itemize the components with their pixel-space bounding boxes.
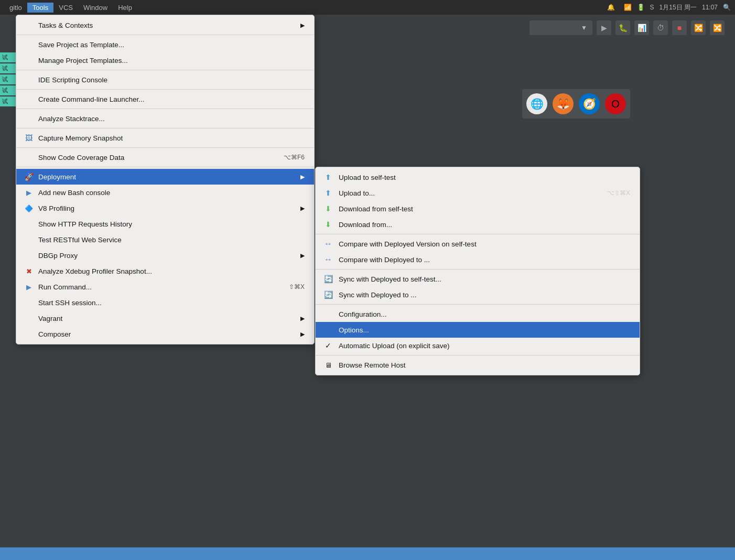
menu-item-composer-label: Composer xyxy=(38,330,71,338)
menu-item-ssh[interactable]: Start SSH session... xyxy=(16,295,314,310)
run-config-dropdown[interactable]: ▼ xyxy=(529,20,592,35)
sep-2 xyxy=(16,70,314,70)
submenu-compare-deployed-to[interactable]: ↔ Compare with Deployed to ... xyxy=(316,252,640,267)
ssh-icon xyxy=(24,297,34,308)
menubar-tools[interactable]: Tools xyxy=(27,3,53,13)
menu-item-dbgp[interactable]: DBGp Proxy ▶ xyxy=(16,247,314,263)
menu-item-capture-memory-label: Capture Memory Snapshot xyxy=(38,134,123,142)
submenu-upload-to-label: Upload to... xyxy=(339,189,375,197)
menu-item-manage-templates[interactable]: Manage Project Templates... xyxy=(16,52,314,68)
submenu-configuration[interactable]: Configuration... xyxy=(316,306,640,322)
menu-bar: gitlo Tools VCS Window Help 🔔 📶 🔋 S 1月15… xyxy=(0,0,735,15)
vagrant-icon xyxy=(24,313,34,324)
download-selftest-icon: ⬇ xyxy=(323,203,333,214)
submenu-upload-selftest[interactable]: ⬆ Upload to self-test xyxy=(316,169,640,185)
menu-item-create-launcher-label: Create Command-line Launcher... xyxy=(38,95,145,103)
submenu-sync-to-label: Sync with Deployed to ... xyxy=(339,291,417,299)
submenu-download-selftest[interactable]: ⬇ Download from self-test xyxy=(316,201,640,217)
sep-7 xyxy=(16,167,314,167)
menubar-window[interactable]: Window xyxy=(78,3,113,13)
sep-1 xyxy=(16,35,314,35)
menu-item-restful-label: Test RESTful Web Service xyxy=(38,236,122,244)
menu-item-analyze-stack-label: Analyze Stacktrace... xyxy=(38,115,105,123)
tools-dropdown-menu: Tasks & Contexts ▶ Save Project as Templ… xyxy=(16,15,315,344)
menu-item-code-coverage-label: Show Code Coverage Data xyxy=(38,154,124,161)
download-from-icon: ⬇ xyxy=(323,219,333,230)
compare-deployed-to-icon: ↔ xyxy=(323,254,333,265)
menu-item-save-template[interactable]: Save Project as Template... xyxy=(16,37,314,52)
chrome-icon[interactable]: 🌐 xyxy=(526,93,547,114)
stop-button[interactable]: ■ xyxy=(672,20,687,35)
menu-item-deployment[interactable]: 🚀 Deployment ▶ ⬆ Upload to self-test ⬆ U… xyxy=(16,169,314,185)
submenu-auto-upload[interactable]: ✓ Automatic Upload (on explicit save) xyxy=(316,338,640,353)
submenu-compare-deployed-selftest-label: Compare with Deployed Version on self-te… xyxy=(339,240,477,248)
submenu-sep-3 xyxy=(316,304,640,305)
submenu-compare-deployed-selftest[interactable]: ↔ Compare with Deployed Version on self-… xyxy=(316,236,640,252)
menu-item-xdebug[interactable]: ✖ Analyze Xdebug Profiler Snapshot... xyxy=(16,263,314,279)
menu-item-http-history-label: Show HTTP Requests History xyxy=(38,220,132,228)
nav-button2[interactable]: 🔀 xyxy=(710,20,725,35)
submenu-options[interactable]: Options... xyxy=(316,322,640,338)
safari-icon[interactable]: 🧭 xyxy=(579,93,600,114)
v8-profiling-icon: 🔷 xyxy=(24,203,34,213)
menu-item-bash-console[interactable]: ▶ Add new Bash console xyxy=(16,185,314,200)
http-history-icon xyxy=(24,219,34,229)
submenu-upload-selftest-label: Upload to self-test xyxy=(339,174,396,181)
sync-selftest-icon: 🔄 xyxy=(323,274,333,284)
side-label-2: 试 xyxy=(0,63,16,73)
menu-item-ssh-label: Start SSH session... xyxy=(38,299,102,307)
side-labels-area: 试 试 试 试 试 xyxy=(0,52,16,107)
menu-item-dbgp-label: DBGp Proxy xyxy=(38,252,78,260)
firefox-icon[interactable]: 🦊 xyxy=(553,93,574,114)
code-coverage-icon xyxy=(24,152,34,163)
menu-item-code-coverage[interactable]: Show Code Coverage Data ⌥⌘F6 xyxy=(16,149,314,165)
menu-item-run-command[interactable]: ▶ Run Command... ⇧⌘X xyxy=(16,279,314,295)
menubar-help[interactable]: Help xyxy=(113,3,137,13)
sep-6 xyxy=(16,147,314,148)
submenu-browse-remote[interactable]: 🖥 Browse Remote Host xyxy=(316,357,640,373)
nav-button1[interactable]: 🔀 xyxy=(691,20,706,35)
opera-icon[interactable]: O xyxy=(605,93,626,114)
menu-item-tasks[interactable]: Tasks & Contexts ▶ xyxy=(16,17,314,33)
menu-item-vagrant[interactable]: Vagrant ▶ xyxy=(16,310,314,326)
side-label-1: 试 xyxy=(0,52,16,62)
menu-item-run-command-label: Run Command... xyxy=(38,283,92,291)
vagrant-arrow: ▶ xyxy=(300,315,305,322)
menubar-vcs[interactable]: VCS xyxy=(53,3,78,13)
menu-item-create-launcher[interactable]: Create Command-line Launcher... xyxy=(16,91,314,107)
menu-item-tasks-label: Tasks & Contexts xyxy=(38,21,93,29)
menubar-gitlo[interactable]: gitlo xyxy=(4,3,27,13)
code-coverage-shortcut: ⌥⌘F6 xyxy=(284,154,305,161)
menu-item-analyze-stack[interactable]: Analyze Stacktrace... xyxy=(16,111,314,126)
submenu-compare-deployed-to-label: Compare with Deployed to ... xyxy=(339,256,430,264)
tasks-arrow: ▶ xyxy=(300,22,305,29)
options-icon xyxy=(323,325,333,335)
submenu-upload-to[interactable]: ⬆ Upload to... ⌥⇧⌘X xyxy=(316,185,640,201)
submenu-sep-1 xyxy=(316,234,640,234)
menu-item-http-history[interactable]: Show HTTP Requests History xyxy=(16,216,314,232)
menu-item-capture-memory[interactable]: 🖼 Capture Memory Snapshot xyxy=(16,130,314,146)
menu-item-xdebug-label: Analyze Xdebug Profiler Snapshot... xyxy=(38,267,152,275)
submenu-sync-selftest[interactable]: 🔄 Sync with Deployed to self-test... xyxy=(316,271,640,287)
compare-deployed-selftest-icon: ↔ xyxy=(323,239,333,249)
side-label-4: 试 xyxy=(0,85,16,95)
menu-item-restful[interactable]: Test RESTful Web Service xyxy=(16,232,314,247)
menu-item-ide-scripting[interactable]: IDE Scripting Console xyxy=(16,72,314,88)
submenu-sync-to[interactable]: 🔄 Sync with Deployed to ... xyxy=(316,287,640,303)
deployment-arrow: ▶ xyxy=(300,174,305,180)
system-status-bar: 🔔 📶 🔋 S 1月15日 周一 11:07 🔍 xyxy=(607,3,731,12)
coverage-button[interactable]: 📊 xyxy=(634,20,649,35)
sep-4 xyxy=(16,109,314,109)
run-button[interactable]: ▶ xyxy=(597,20,611,35)
debug-button[interactable]: 🐛 xyxy=(615,20,630,35)
menu-item-bash-console-label: Add new Bash console xyxy=(38,189,110,197)
profile-button[interactable]: ⏱ xyxy=(653,20,668,35)
submenu-download-from[interactable]: ⬇ Download from... xyxy=(316,217,640,232)
menu-item-manage-templates-label: Manage Project Templates... xyxy=(38,57,128,64)
dbgp-icon xyxy=(24,250,34,261)
composer-icon xyxy=(24,329,34,339)
configuration-icon xyxy=(323,309,333,319)
menu-item-v8-profiling[interactable]: 🔷 V8 Profiling ▶ xyxy=(16,200,314,216)
deployment-icon: 🚀 xyxy=(24,171,34,182)
menu-item-composer[interactable]: Composer ▶ xyxy=(16,326,314,342)
